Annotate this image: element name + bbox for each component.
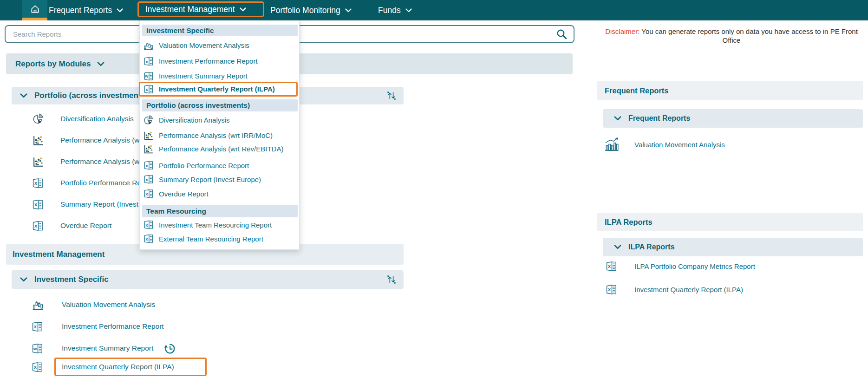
disclaimer-label: Disclaimer: — [605, 27, 640, 35]
excel-icon — [143, 219, 154, 230]
menu-item[interactable]: Summary Report (Invest Europe) — [159, 174, 261, 186]
frequent-reports-title: Frequent Reports — [605, 86, 669, 95]
menu-item[interactable]: Investment Summary Report — [159, 70, 248, 82]
portfolio-group-title: Portfolio (across investments) — [34, 91, 148, 100]
word-icon — [31, 342, 44, 355]
dropdown-section-title: Team Resourcing — [146, 207, 206, 215]
report-link[interactable]: Valuation Movement Analysis — [62, 297, 155, 312]
sort-icon[interactable] — [387, 275, 396, 284]
ilpa-reports-group-title: ILPA Reports — [628, 243, 675, 251]
excel-icon — [31, 361, 44, 373]
sort-icon[interactable] — [387, 91, 396, 100]
candlestick-chart-icon — [31, 298, 45, 312]
report-link[interactable]: Investment Quarterly Report (ILPA) — [62, 359, 174, 374]
menu-item[interactable]: Investment Team Resourcing Report — [159, 219, 272, 231]
report-link[interactable]: Investment Summary Report — [62, 341, 153, 356]
dropdown-section-title: Investment Specific — [146, 26, 214, 35]
nav-item-funds[interactable]: Funds — [378, 0, 412, 20]
frequent-reports-group-header[interactable]: Frequent Reports — [603, 109, 863, 128]
chevron-down-icon — [614, 245, 621, 249]
chevron-down-icon — [117, 8, 123, 13]
investment-specific-group-header[interactable]: Investment Specific — [12, 270, 404, 289]
chevron-down-icon — [614, 116, 621, 121]
excel-icon — [32, 177, 44, 189]
report-link[interactable]: Overdue Report — [60, 218, 111, 233]
investment-specific-title: Investment Specific — [34, 275, 109, 284]
dropdown-section-header: Investment Specific — [142, 25, 298, 36]
dropdown-section-title: Portfolio (across investments) — [146, 101, 250, 110]
menu-item[interactable]: Performance Analysis (wrt Rev/EBITDA) — [159, 143, 283, 155]
frequent-reports-group-title: Frequent Reports — [628, 114, 690, 123]
pie-chart-icon — [32, 112, 45, 126]
excel-icon — [143, 56, 154, 67]
reports-by-modules-label: Reports by Modules — [15, 59, 91, 69]
scatter-chart-icon — [143, 143, 155, 155]
dropdown-section-header: Team Resourcing — [142, 205, 298, 217]
dropdown-section-header: Portfolio (across investments) — [142, 99, 298, 111]
disclaimer-text: Disclaimer: You can generate reports onl… — [601, 27, 861, 45]
excel-icon — [143, 233, 154, 244]
ilpa-reports-section-header: ILPA Reports — [597, 213, 863, 231]
menu-item[interactable]: Investment Performance Report — [159, 55, 258, 67]
growth-chart-icon — [604, 137, 620, 152]
candlestick-chart-icon — [143, 40, 154, 52]
menu-item[interactable]: Diversification Analysis — [159, 114, 230, 126]
word-icon — [143, 71, 154, 82]
chevron-down-icon — [20, 93, 27, 98]
chevron-down-icon — [97, 62, 104, 66]
home-icon — [30, 4, 40, 14]
report-link[interactable]: Investment Quarterly Report (ILPA) — [634, 282, 743, 297]
excel-icon — [605, 260, 618, 273]
report-link[interactable]: Investment Performance Report — [62, 319, 164, 334]
menu-item[interactable]: Valuation Movement Analysis — [159, 39, 249, 52]
nav-item-label: Funds — [378, 6, 401, 15]
frequent-reports-section-header: Frequent Reports — [597, 81, 863, 100]
excel-icon — [32, 198, 44, 211]
menu-item[interactable]: Overdue Report — [159, 188, 209, 200]
menu-item[interactable]: Performance Analysis (wrt IRR/MoC) — [159, 130, 273, 142]
excel-icon — [143, 84, 154, 95]
chevron-down-icon — [345, 8, 352, 13]
pe-front-office-reports-screen: Frequent Reports Investment Management P… — [0, 0, 868, 378]
scatter-chart-icon — [32, 155, 45, 169]
nav-item-portfolio-monitoring[interactable]: Portfolio Monitoring — [270, 0, 352, 20]
nav-item-label: Investment Management — [145, 5, 235, 14]
nav-item-investment-management[interactable]: Investment Management — [137, 1, 264, 17]
menu-item[interactable]: Portfolio Performance Report — [159, 160, 249, 172]
section-title: Investment Management — [13, 250, 104, 259]
scatter-chart-icon — [32, 134, 45, 147]
ilpa-reports-title: ILPA Reports — [605, 218, 653, 227]
pie-chart-icon — [143, 114, 155, 126]
nav-item-label: Frequent Reports — [49, 6, 112, 15]
excel-icon — [605, 283, 618, 296]
search-icon[interactable] — [556, 28, 568, 40]
scatter-chart-icon — [143, 130, 155, 142]
chevron-down-icon — [405, 8, 412, 13]
report-link[interactable]: Valuation Movement Analysis — [634, 137, 725, 152]
excel-icon — [31, 320, 44, 333]
chevron-down-icon — [240, 7, 246, 12]
nav-item-label: Portfolio Monitoring — [270, 6, 340, 15]
chevron-down-icon — [20, 277, 27, 282]
excel-icon — [143, 160, 154, 171]
ilpa-reports-group-header[interactable]: ILPA Reports — [603, 238, 863, 256]
excel-icon — [143, 188, 154, 199]
report-link[interactable]: Diversification Analysis — [60, 111, 134, 126]
investment-management-dropdown-menu: Investment Specific Valuation Movement A… — [139, 19, 300, 250]
disclaimer-body: You can generate reports only on data yo… — [641, 27, 858, 44]
nav-item-frequent-reports[interactable]: Frequent Reports — [49, 0, 123, 20]
report-link[interactable]: ILPA Portfolio Company Metrics Report — [634, 259, 755, 274]
top-nav-bar: Frequent Reports Investment Management P… — [0, 0, 868, 20]
excel-icon — [32, 220, 44, 232]
menu-item[interactable]: External Team Resourcing Report — [159, 233, 263, 245]
excel-icon — [143, 174, 154, 185]
history-icon[interactable] — [164, 343, 176, 355]
home-tab[interactable] — [22, 0, 47, 20]
menu-item[interactable]: Investment Quarterly Report (ILPA) — [159, 83, 275, 95]
